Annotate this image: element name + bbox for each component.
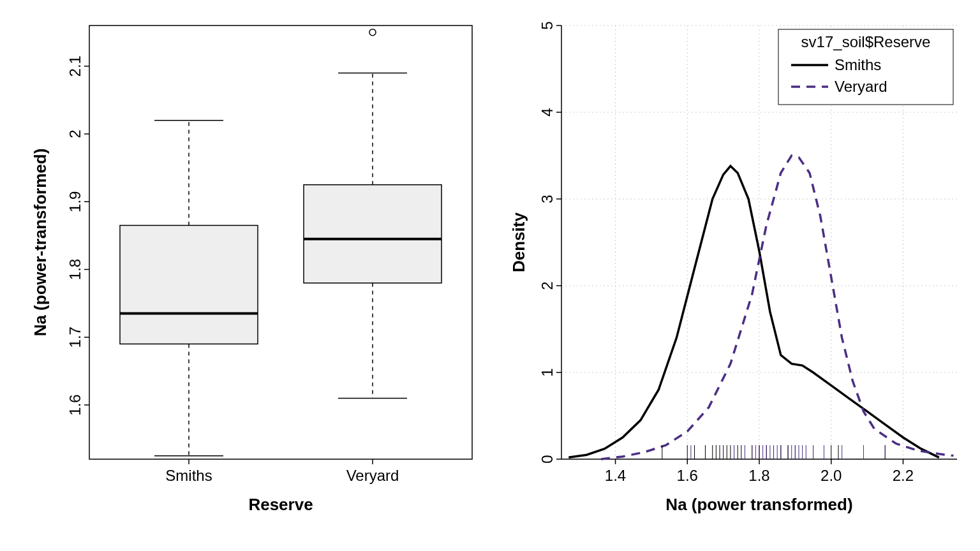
x-axis-label: Reserve <box>248 495 313 514</box>
box <box>120 225 258 344</box>
category-label: Veryard <box>346 467 399 484</box>
y-tick-label: 4 <box>538 108 556 116</box>
y-tick-label: 1 <box>538 368 556 376</box>
y-tick-label: 1.7 <box>66 327 84 348</box>
y-tick-label: 5 <box>538 21 556 29</box>
y-tick-label: 1.6 <box>66 394 84 415</box>
y-axis-label: Na (power-transformed) <box>31 149 50 337</box>
x-axis-label: Na (power transformed) <box>665 495 852 514</box>
legend-label: Smiths <box>835 56 881 73</box>
y-tick-label: 2.1 <box>66 55 84 77</box>
y-tick-label: 1.8 <box>66 259 84 280</box>
density-panel: 1.41.61.82.02.2012345Na (power transform… <box>509 21 957 514</box>
x-tick-label: 1.8 <box>748 467 769 484</box>
y-tick-label: 2 <box>66 129 84 138</box>
figure: 1.61.71.81.922.1SmithsVeryardReserveNa (… <box>0 0 980 551</box>
legend-title: sv17_soil$Reserve <box>801 33 931 50</box>
y-axis-label: Density <box>509 212 528 272</box>
y-tick-label: 3 <box>538 195 556 203</box>
y-tick-label: 0 <box>538 455 556 463</box>
x-tick-label: 2.0 <box>820 467 842 484</box>
x-tick-label: 2.2 <box>893 467 914 484</box>
x-tick-label: 1.6 <box>677 467 698 484</box>
y-tick-label: 2 <box>538 281 556 290</box>
x-tick-label: 1.4 <box>605 467 626 484</box>
y-tick-label: 1.9 <box>66 191 84 212</box>
legend-label: Veryard <box>835 78 887 95</box>
outlier-point <box>369 29 376 36</box>
density-curve-smiths <box>568 166 939 457</box>
box <box>304 185 442 283</box>
category-label: Smiths <box>165 467 212 484</box>
boxplot-panel: 1.61.71.81.922.1SmithsVeryardReserveNa (… <box>31 26 472 514</box>
density-curve-veryard <box>601 156 953 459</box>
